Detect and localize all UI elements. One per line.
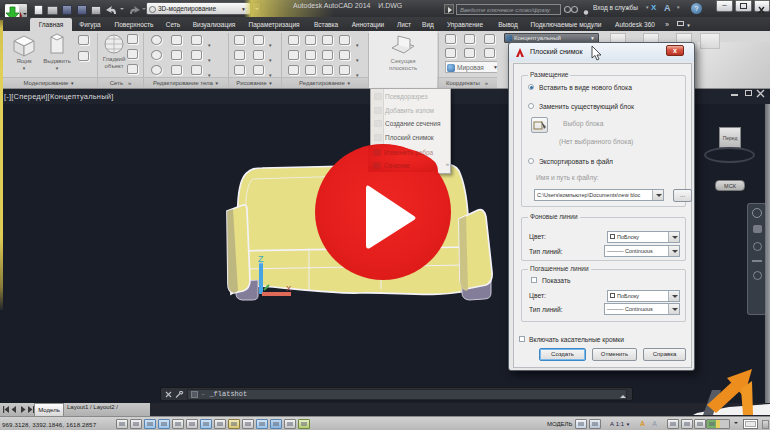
svg-text:Сечение: Сечение: [384, 162, 410, 169]
svg-text:Z: Z: [258, 254, 264, 264]
svg-text:X: X: [286, 284, 292, 293]
svg-text:Изменить ребра: Изменить ребра: [384, 149, 434, 157]
